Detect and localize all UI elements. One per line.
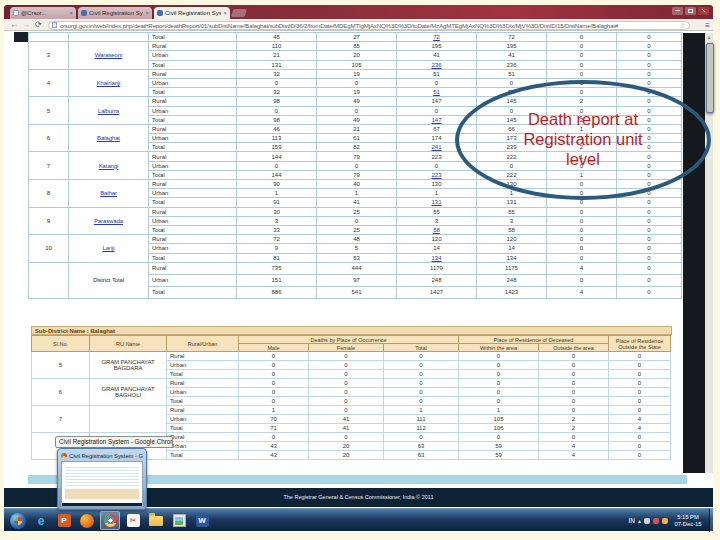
hidden-icons-arrow[interactable]: ▴ xyxy=(638,517,641,524)
start-button[interactable] xyxy=(8,511,28,530)
value-cell: 25 xyxy=(317,207,397,216)
value-cell: 0 xyxy=(317,78,397,87)
subdistrict-link[interactable]: Khairlanji xyxy=(97,80,121,86)
header-cell: Outside the area xyxy=(539,344,609,352)
update-tray-icon[interactable] xyxy=(662,518,668,524)
rural-urban-cell: Total xyxy=(149,170,237,179)
tab-close-icon[interactable]: × xyxy=(69,10,73,16)
value-cell: 105 xyxy=(459,415,539,424)
value-cell: 0 xyxy=(459,433,539,442)
value-cell: 0 xyxy=(617,198,682,207)
close-icon[interactable] xyxy=(698,7,709,15)
forward-icon[interactable]: → xyxy=(22,20,30,30)
value-cell: 2 xyxy=(539,424,609,433)
alert-tray-icon[interactable] xyxy=(653,518,659,524)
value-cell: 41 xyxy=(477,51,547,60)
subdistrict-link[interactable]: Paraswada xyxy=(94,218,123,224)
scrollbar-thumb[interactable] xyxy=(706,43,714,113)
new-tab-button[interactable] xyxy=(231,9,248,17)
taskbar-thumbnail-preview[interactable]: Civil Registration System - Goo... xyxy=(57,448,147,510)
powerpoint-icon[interactable]: P xyxy=(54,511,74,530)
row-number-cell: 6 xyxy=(29,124,69,152)
subdistrict-link[interactable]: Katangi xyxy=(99,163,119,169)
value-cell: 248 xyxy=(397,274,477,286)
minimize-icon[interactable] xyxy=(672,7,683,15)
subdistrict-link[interactable]: Balaghat xyxy=(97,135,120,141)
browser-tab-1[interactable]: @Crsor... × xyxy=(10,7,76,19)
rural-urban-cell: Total xyxy=(167,451,239,460)
firefox-icon[interactable] xyxy=(77,511,97,530)
bookmark-star-icon[interactable]: ☆ xyxy=(680,22,686,29)
snipping-tool-icon[interactable]: ✂ xyxy=(123,511,143,530)
language-indicator[interactable]: IN xyxy=(628,517,635,524)
value-cell: 0 xyxy=(617,225,682,234)
value-cell: 111 xyxy=(384,415,459,424)
subdistrict-link[interactable]: Lanji xyxy=(102,245,114,251)
value-cell: 3 xyxy=(397,216,477,225)
value-cell: 0 xyxy=(309,388,384,397)
rural-urban-cell: Total xyxy=(167,424,239,433)
total-count-link[interactable]: 134 xyxy=(431,255,441,261)
value-cell: 59 xyxy=(459,442,539,451)
reload-icon[interactable]: ⟳ xyxy=(35,20,42,30)
value-cell: 0 xyxy=(459,370,539,379)
total-count-link[interactable]: 236 xyxy=(431,62,441,68)
value-cell: 72 xyxy=(477,33,547,42)
tab-close-icon[interactable]: × xyxy=(145,10,149,16)
browser-tab-3-active[interactable]: Civil Registration System × xyxy=(154,7,230,19)
total-count-link[interactable]: 241 xyxy=(431,144,441,150)
subdistrict-link[interactable]: Baihar xyxy=(100,190,117,196)
value-cell: 1 xyxy=(384,406,459,415)
subdistrict-link[interactable]: Waraseoni xyxy=(95,52,123,58)
maximize-icon[interactable] xyxy=(685,7,696,15)
value-cell: 0 xyxy=(617,274,682,286)
back-icon[interactable]: ← xyxy=(10,20,18,30)
network-icon[interactable] xyxy=(644,518,650,524)
total-count-link[interactable]: 58 xyxy=(433,227,440,233)
total-count-link[interactable]: 147 xyxy=(431,117,441,123)
crs-favicon xyxy=(157,10,163,16)
chrome-icon[interactable] xyxy=(100,511,120,530)
total-count-link[interactable]: 223 xyxy=(431,172,441,178)
tab-close-icon[interactable]: × xyxy=(223,10,227,16)
total-count-link[interactable]: 131 xyxy=(431,199,441,205)
slide-background: @Crsor... × Civil Registration System × … xyxy=(0,0,720,540)
word-icon[interactable]: W xyxy=(192,511,212,530)
total-count-link[interactable]: 72 xyxy=(433,34,440,40)
scroll-up-icon[interactable]: ▲ xyxy=(705,33,713,41)
value-cell: 4 xyxy=(609,415,671,424)
value-cell: 0 xyxy=(309,370,384,379)
value-cell: 46 xyxy=(237,124,317,133)
value-cell: 1427 xyxy=(397,286,477,298)
value-cell: 105 xyxy=(317,60,397,69)
chrome-menu-icon[interactable]: ≡ xyxy=(705,21,710,30)
table-row: 4KhairlanjiRural3219515100 xyxy=(29,69,682,78)
value-cell: 1423 xyxy=(477,286,547,298)
name-cell: GRAM PANCHAYAT BAGDARA xyxy=(90,352,167,379)
value-cell: 0 xyxy=(609,379,671,388)
value-cell: 131 xyxy=(397,198,477,207)
taskbar-clock[interactable]: 5:15 PM 07-Dec-15 xyxy=(671,514,705,528)
header-cell: Sl.No. xyxy=(32,336,90,352)
total-count-link[interactable]: 51 xyxy=(433,89,440,95)
value-cell: 0 xyxy=(609,370,671,379)
show-desktop-button[interactable] xyxy=(709,509,713,532)
value-cell: 541 xyxy=(317,286,397,298)
rural-urban-cell: Rural xyxy=(149,124,237,133)
photo-viewer-icon[interactable] xyxy=(169,511,189,530)
page-corner-box xyxy=(14,32,28,42)
ie-icon[interactable]: e xyxy=(31,511,51,530)
name-cell: District Total xyxy=(69,262,149,298)
url-input[interactable]: crsorgi.gov.in/web/index.php/deathReport… xyxy=(48,21,690,30)
value-cell: 0 xyxy=(617,244,682,253)
value-cell: 0 xyxy=(547,42,617,51)
vertical-scrollbar[interactable]: ▲ xyxy=(705,33,713,473)
subdistrict-link[interactable]: Lalburra xyxy=(98,108,119,114)
name-cell: Paraswada xyxy=(69,207,149,235)
value-cell: 20 xyxy=(309,451,384,460)
value-cell: 32 xyxy=(237,69,317,78)
browser-tab-2[interactable]: Civil Registration System × xyxy=(78,7,152,19)
url-text: crsorgi.gov.in/web/index.php/deathReport… xyxy=(60,22,677,29)
folder-icon[interactable] xyxy=(146,511,166,530)
row-number-cell xyxy=(29,262,69,298)
